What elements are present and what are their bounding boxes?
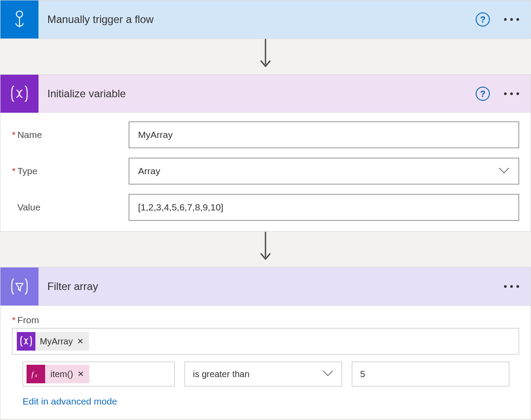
chevron-down-icon: [498, 166, 510, 176]
svg-text:x: x: [35, 372, 38, 378]
token-label: item(): [50, 369, 73, 379]
chevron-down-icon: [322, 369, 334, 379]
step-filter-header[interactable]: Filter array: [0, 267, 531, 305]
variable-icon: [0, 75, 38, 113]
name-label: * Name: [12, 130, 129, 140]
step-initvar-card: Initialize variable ? * Name MyArray: [0, 74, 531, 232]
type-select[interactable]: Array: [129, 158, 519, 184]
condition-operator-select[interactable]: is greater than: [185, 362, 342, 386]
from-input[interactable]: MyArray ✕: [12, 328, 519, 355]
token-remove-icon[interactable]: ✕: [77, 336, 84, 346]
condition-row: f x item() ✕ is greater than 5: [23, 362, 519, 386]
name-input[interactable]: MyArray: [129, 122, 519, 148]
value-input[interactable]: [1,2,3,4,5,6,7,8,9,10]: [129, 194, 519, 221]
token-label: MyArray: [40, 336, 73, 347]
help-icon[interactable]: ?: [476, 87, 490, 101]
svg-point-0: [16, 11, 23, 17]
step-initvar-header[interactable]: Initialize variable ?: [0, 75, 531, 113]
filter-array-icon: [0, 267, 38, 305]
step-title: Filter array: [38, 280, 502, 293]
initvar-form: * Name MyArray * Type Array: [0, 113, 531, 231]
filter-form: * From MyArr: [0, 305, 531, 419]
value-label: * Value: [12, 202, 129, 213]
step-filter-card: Filter array * From: [0, 267, 531, 420]
from-label: * From: [12, 315, 519, 325]
help-icon[interactable]: ?: [476, 12, 490, 27]
step-title: Manually trigger a flow: [38, 13, 476, 26]
flow-designer-canvas: Manually trigger a flow ?: [0, 0, 531, 420]
step-trigger-header[interactable]: Manually trigger a flow ?: [0, 0, 531, 38]
manual-trigger-icon: [0, 0, 38, 38]
edit-advanced-mode-link[interactable]: Edit in advanced mode: [23, 396, 117, 416]
step-trigger-card: Manually trigger a flow ?: [0, 0, 531, 39]
svg-text:f: f: [31, 370, 35, 378]
connector-arrow: [0, 39, 531, 74]
step-title: Initialize variable: [38, 88, 476, 100]
fx-icon: f x: [27, 365, 45, 383]
condition-right-input[interactable]: 5: [352, 362, 509, 386]
token-remove-icon[interactable]: ✕: [77, 369, 84, 379]
variable-icon: [17, 332, 35, 351]
variable-token[interactable]: MyArray ✕: [17, 332, 89, 351]
expression-token[interactable]: f x item() ✕: [27, 365, 89, 383]
more-menu-button[interactable]: [502, 15, 521, 24]
type-label: * Type: [12, 166, 129, 176]
condition-left-input[interactable]: f x item() ✕: [23, 362, 175, 386]
connector-arrow: [0, 232, 531, 267]
more-menu-button[interactable]: [502, 282, 521, 291]
more-menu-button[interactable]: [502, 89, 521, 99]
